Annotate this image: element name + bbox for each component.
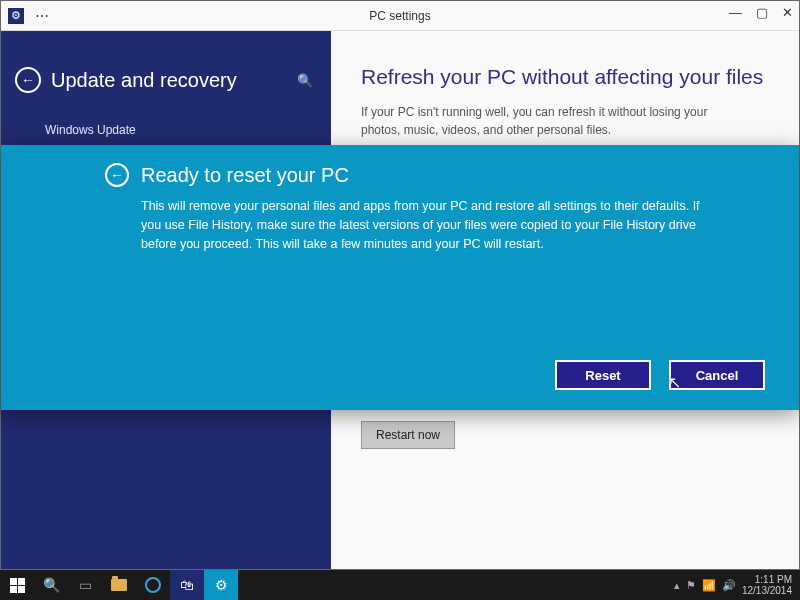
tray-network-icon[interactable]: 📶	[702, 579, 716, 592]
reset-button[interactable]: Reset	[555, 360, 651, 390]
taskbar-store[interactable]: 🛍	[170, 570, 204, 600]
menu-dots[interactable]: ⋯	[31, 8, 49, 24]
windows-logo-icon	[10, 578, 25, 593]
taskbar-time: 1:11 PM	[742, 574, 792, 585]
start-button[interactable]	[0, 570, 34, 600]
titlebar: ⚙ ⋯ PC settings — ▢ ✕	[1, 1, 799, 31]
folder-icon	[111, 579, 127, 591]
minimize-button[interactable]: —	[729, 5, 742, 20]
dialog-back-button[interactable]: ←	[105, 163, 129, 187]
taskbar-task-view[interactable]: ▭	[68, 570, 102, 600]
taskbar-internet-explorer[interactable]	[136, 570, 170, 600]
back-button[interactable]: ←	[15, 67, 41, 93]
sidebar-item-windows-update[interactable]: Windows Update	[1, 93, 331, 137]
app-icon[interactable]: ⚙	[1, 1, 31, 31]
taskbar: 🔍 ▭ 🛍 ⚙ ▴ ⚑ 📶 🔊 1:11 PM 12/13/2014	[0, 570, 800, 600]
close-button[interactable]: ✕	[782, 5, 793, 20]
refresh-heading: Refresh your PC without affecting your f…	[361, 65, 769, 89]
ie-icon	[145, 577, 161, 593]
dialog-title: Ready to reset your PC	[141, 164, 349, 187]
back-arrow-icon: ←	[110, 167, 124, 183]
sidebar-title: Update and recovery	[51, 69, 287, 92]
refresh-description: If your PC isn't running well, you can r…	[361, 103, 741, 139]
tray-up-icon[interactable]: ▴	[674, 579, 680, 592]
tray-volume-icon[interactable]: 🔊	[722, 579, 736, 592]
back-arrow-icon: ←	[21, 72, 35, 88]
cancel-button[interactable]: Cancel	[669, 360, 765, 390]
taskbar-pc-settings[interactable]: ⚙	[204, 570, 238, 600]
taskbar-date: 12/13/2014	[742, 585, 792, 596]
window-title: PC settings	[369, 9, 430, 23]
tray-flag-icon[interactable]: ⚑	[686, 579, 696, 592]
taskbar-file-explorer[interactable]	[102, 570, 136, 600]
maximize-button[interactable]: ▢	[756, 5, 768, 20]
dialog-body: This will remove your personal files and…	[105, 187, 745, 253]
reset-confirmation-dialog: ← Ready to reset your PC This will remov…	[1, 145, 799, 410]
search-icon[interactable]: 🔍	[297, 73, 313, 88]
system-tray: ▴ ⚑ 📶 🔊 1:11 PM 12/13/2014	[674, 574, 800, 596]
taskbar-search-button[interactable]: 🔍	[34, 570, 68, 600]
restart-now-button[interactable]: Restart now	[361, 421, 455, 449]
taskbar-clock[interactable]: 1:11 PM 12/13/2014	[742, 574, 792, 596]
